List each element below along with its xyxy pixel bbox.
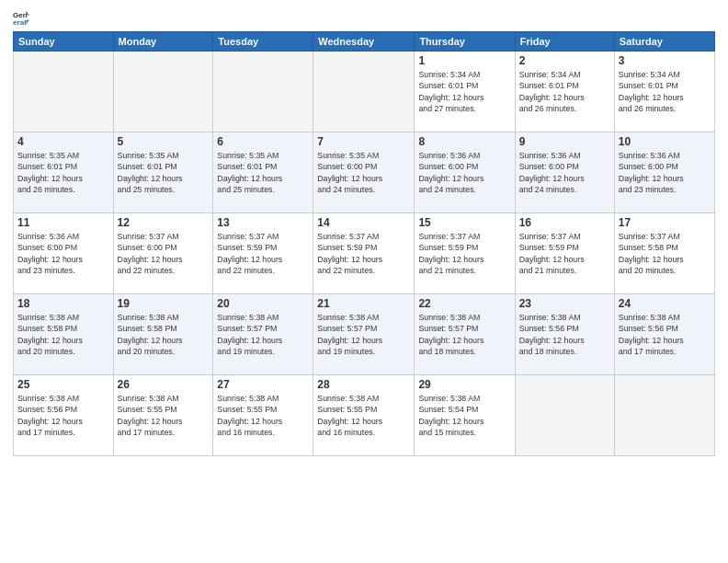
- day-info: Sunrise: 5:38 AM Sunset: 5:58 PM Dayligh…: [118, 312, 210, 357]
- day-number: 7: [317, 135, 410, 148]
- day-number: 13: [217, 216, 309, 229]
- day-cell: 6Sunrise: 5:35 AM Sunset: 6:01 PM Daylig…: [213, 132, 313, 213]
- day-info: Sunrise: 5:37 AM Sunset: 6:00 PM Dayligh…: [118, 231, 210, 276]
- day-cell: 23Sunrise: 5:38 AM Sunset: 5:56 PM Dayli…: [515, 294, 614, 375]
- day-number: 24: [619, 297, 711, 310]
- day-info: Sunrise: 5:34 AM Sunset: 6:01 PM Dayligh…: [519, 69, 610, 114]
- day-info: Sunrise: 5:37 AM Sunset: 5:59 PM Dayligh…: [519, 231, 610, 276]
- day-cell: [14, 52, 114, 132]
- day-number: 4: [17, 135, 109, 148]
- day-cell: 3Sunrise: 5:34 AM Sunset: 6:01 PM Daylig…: [614, 52, 714, 132]
- day-info: Sunrise: 5:37 AM Sunset: 5:59 PM Dayligh…: [317, 231, 410, 276]
- day-number: 12: [118, 216, 210, 229]
- day-cell: 1Sunrise: 5:34 AM Sunset: 6:01 PM Daylig…: [415, 52, 515, 132]
- day-number: 17: [619, 216, 711, 229]
- day-info: Sunrise: 5:35 AM Sunset: 6:01 PM Dayligh…: [118, 150, 210, 195]
- header: Gen eral: [13, 9, 715, 26]
- logo: Gen eral: [13, 9, 31, 26]
- day-info: Sunrise: 5:38 AM Sunset: 5:57 PM Dayligh…: [217, 312, 309, 357]
- day-number: 29: [418, 378, 510, 391]
- day-cell: 5Sunrise: 5:35 AM Sunset: 6:01 PM Daylig…: [113, 132, 213, 213]
- day-cell: 15Sunrise: 5:37 AM Sunset: 5:59 PM Dayli…: [415, 213, 515, 294]
- day-cell: 4Sunrise: 5:35 AM Sunset: 6:01 PM Daylig…: [14, 132, 114, 213]
- day-header-sunday: Sunday: [14, 32, 114, 52]
- day-number: 28: [317, 378, 410, 391]
- day-cell: [213, 52, 313, 132]
- day-cell: 2Sunrise: 5:34 AM Sunset: 6:01 PM Daylig…: [515, 52, 614, 132]
- day-cell: 28Sunrise: 5:38 AM Sunset: 5:55 PM Dayli…: [313, 375, 415, 456]
- day-info: Sunrise: 5:37 AM Sunset: 5:59 PM Dayligh…: [217, 231, 309, 276]
- day-cell: [113, 52, 213, 132]
- day-cell: 26Sunrise: 5:38 AM Sunset: 5:55 PM Dayli…: [113, 375, 213, 456]
- day-cell: 27Sunrise: 5:38 AM Sunset: 5:55 PM Dayli…: [213, 375, 313, 456]
- day-number: 3: [619, 54, 711, 67]
- day-number: 6: [217, 135, 309, 148]
- day-number: 10: [619, 135, 711, 148]
- day-number: 5: [118, 135, 210, 148]
- day-info: Sunrise: 5:38 AM Sunset: 5:55 PM Dayligh…: [317, 393, 410, 438]
- day-cell: 20Sunrise: 5:38 AM Sunset: 5:57 PM Dayli…: [213, 294, 313, 375]
- day-header-tuesday: Tuesday: [213, 32, 313, 52]
- week-row-1: 1Sunrise: 5:34 AM Sunset: 6:01 PM Daylig…: [14, 52, 715, 132]
- day-cell: 7Sunrise: 5:35 AM Sunset: 6:00 PM Daylig…: [313, 132, 415, 213]
- day-number: 25: [17, 378, 109, 391]
- day-cell: 11Sunrise: 5:36 AM Sunset: 6:00 PM Dayli…: [14, 213, 114, 294]
- day-info: Sunrise: 5:38 AM Sunset: 5:56 PM Dayligh…: [17, 393, 109, 438]
- day-number: 19: [118, 297, 210, 310]
- svg-text:eral: eral: [13, 18, 26, 26]
- day-info: Sunrise: 5:34 AM Sunset: 6:01 PM Dayligh…: [619, 69, 711, 114]
- day-cell: 16Sunrise: 5:37 AM Sunset: 5:59 PM Dayli…: [515, 213, 614, 294]
- day-number: 26: [118, 378, 210, 391]
- day-number: 11: [17, 216, 109, 229]
- day-header-saturday: Saturday: [614, 32, 714, 52]
- logo-icon: Gen eral: [13, 9, 29, 26]
- week-row-5: 25Sunrise: 5:38 AM Sunset: 5:56 PM Dayli…: [14, 375, 715, 456]
- day-info: Sunrise: 5:34 AM Sunset: 6:01 PM Dayligh…: [418, 69, 510, 114]
- day-cell: 14Sunrise: 5:37 AM Sunset: 5:59 PM Dayli…: [313, 213, 415, 294]
- day-number: 20: [217, 297, 309, 310]
- day-info: Sunrise: 5:38 AM Sunset: 5:56 PM Dayligh…: [519, 312, 610, 357]
- day-info: Sunrise: 5:38 AM Sunset: 5:54 PM Dayligh…: [418, 393, 510, 438]
- header-row: SundayMondayTuesdayWednesdayThursdayFrid…: [14, 32, 715, 52]
- day-number: 22: [418, 297, 510, 310]
- day-header-wednesday: Wednesday: [313, 32, 415, 52]
- day-number: 8: [418, 135, 510, 148]
- day-info: Sunrise: 5:38 AM Sunset: 5:55 PM Dayligh…: [217, 393, 309, 438]
- day-cell: 21Sunrise: 5:38 AM Sunset: 5:57 PM Dayli…: [313, 294, 415, 375]
- day-info: Sunrise: 5:36 AM Sunset: 6:00 PM Dayligh…: [17, 231, 109, 276]
- day-number: 18: [17, 297, 109, 310]
- day-info: Sunrise: 5:38 AM Sunset: 5:55 PM Dayligh…: [118, 393, 210, 438]
- day-number: 14: [317, 216, 410, 229]
- day-cell: 13Sunrise: 5:37 AM Sunset: 5:59 PM Dayli…: [213, 213, 313, 294]
- day-number: 1: [418, 54, 510, 67]
- day-info: Sunrise: 5:38 AM Sunset: 5:58 PM Dayligh…: [17, 312, 109, 357]
- day-number: 23: [519, 297, 610, 310]
- day-cell: 8Sunrise: 5:36 AM Sunset: 6:00 PM Daylig…: [415, 132, 515, 213]
- day-info: Sunrise: 5:35 AM Sunset: 6:00 PM Dayligh…: [317, 150, 410, 195]
- day-number: 21: [317, 297, 410, 310]
- calendar: SundayMondayTuesdayWednesdayThursdayFrid…: [13, 31, 715, 456]
- page: Gen eral SundayMondayTuesdayWednesdayThu…: [0, 0, 728, 563]
- day-cell: [515, 375, 614, 456]
- day-cell: 10Sunrise: 5:36 AM Sunset: 6:00 PM Dayli…: [614, 132, 714, 213]
- day-info: Sunrise: 5:37 AM Sunset: 5:58 PM Dayligh…: [619, 231, 711, 276]
- day-number: 16: [519, 216, 610, 229]
- day-cell: [614, 375, 714, 456]
- day-cell: 17Sunrise: 5:37 AM Sunset: 5:58 PM Dayli…: [614, 213, 714, 294]
- day-cell: [313, 52, 415, 132]
- day-info: Sunrise: 5:35 AM Sunset: 6:01 PM Dayligh…: [217, 150, 309, 195]
- week-row-4: 18Sunrise: 5:38 AM Sunset: 5:58 PM Dayli…: [14, 294, 715, 375]
- day-info: Sunrise: 5:36 AM Sunset: 6:00 PM Dayligh…: [619, 150, 711, 195]
- day-cell: 19Sunrise: 5:38 AM Sunset: 5:58 PM Dayli…: [113, 294, 213, 375]
- day-info: Sunrise: 5:36 AM Sunset: 6:00 PM Dayligh…: [519, 150, 610, 195]
- day-info: Sunrise: 5:35 AM Sunset: 6:01 PM Dayligh…: [17, 150, 109, 195]
- day-info: Sunrise: 5:38 AM Sunset: 5:57 PM Dayligh…: [317, 312, 410, 357]
- day-header-thursday: Thursday: [415, 32, 515, 52]
- day-cell: 12Sunrise: 5:37 AM Sunset: 6:00 PM Dayli…: [113, 213, 213, 294]
- day-info: Sunrise: 5:36 AM Sunset: 6:00 PM Dayligh…: [418, 150, 510, 195]
- day-cell: 29Sunrise: 5:38 AM Sunset: 5:54 PM Dayli…: [415, 375, 515, 456]
- day-header-friday: Friday: [515, 32, 614, 52]
- day-number: 2: [519, 54, 610, 67]
- day-header-monday: Monday: [113, 32, 213, 52]
- day-cell: 25Sunrise: 5:38 AM Sunset: 5:56 PM Dayli…: [14, 375, 114, 456]
